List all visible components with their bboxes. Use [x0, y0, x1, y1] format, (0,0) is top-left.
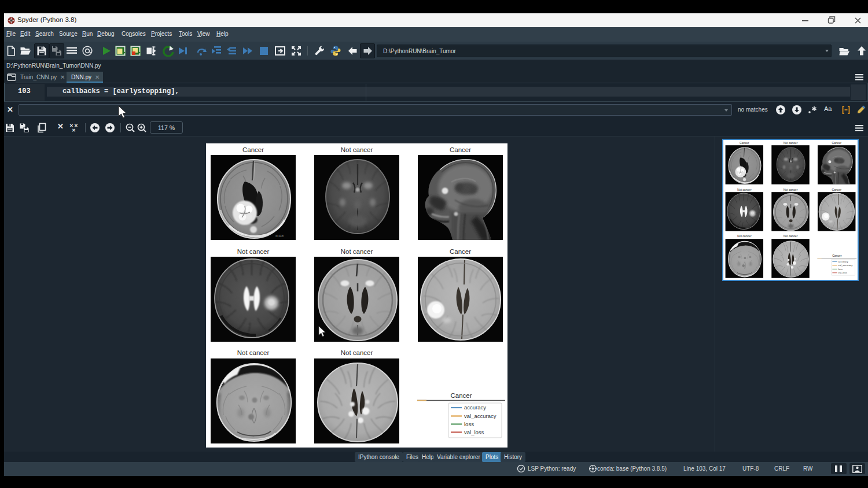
svg-text:✕: ✕	[72, 128, 76, 133]
